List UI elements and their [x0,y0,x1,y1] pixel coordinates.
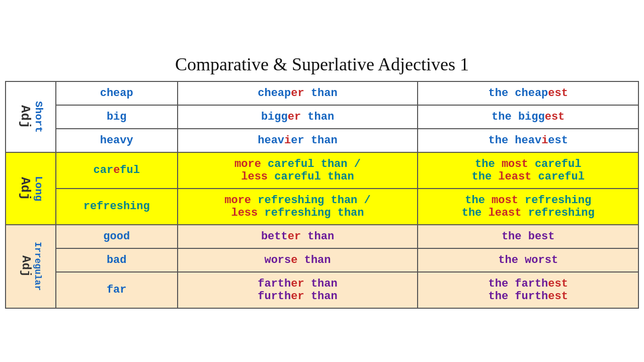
main-container: Comparative & Superlative Adjectives 1 S… [5,54,639,309]
comparative: heavier than [178,129,418,152]
superlative: the best [418,225,638,248]
comparative: better than [178,225,418,248]
table-row: ShortAdj cheap cheaper than the cheapest [6,81,638,105]
table-row: bad worse than the worst [6,248,638,272]
base-word: bad [56,248,178,272]
base-word: refreshing [56,189,178,225]
comparative: worse than [178,248,418,272]
superlative: the worst [418,248,638,272]
base-word: far [56,272,178,308]
comparative: more careful than / less careful than [178,152,418,189]
table-row: far farther than further than the farthe… [6,272,638,308]
comparative: cheaper than [178,81,418,105]
table-row: heavy heavier than the heaviest [6,129,638,152]
base-word: good [56,225,178,248]
base-word: cheap [56,81,178,105]
table-row: IrregularAdj good better than the best [6,225,638,248]
section-label-long: LongAdj [6,152,56,225]
table-row: LongAdj careful more careful than / less… [6,152,638,189]
comparative: more refreshing than / less refreshing t… [178,189,418,225]
base-word: big [56,105,178,129]
superlative: the most careful the least careful [418,152,638,189]
base-word: careful [56,152,178,189]
superlative: the most refreshing the least refreshing [418,189,638,225]
superlative: the biggest [418,105,638,129]
superlative: the cheapest [418,81,638,105]
superlative: the heaviest [418,129,638,152]
section-label-short: ShortAdj [6,81,56,152]
page-title: Comparative & Superlative Adjectives 1 [5,54,639,75]
comparative: bigger than [178,105,418,129]
section-label-irregular: IrregularAdj [6,225,56,308]
superlative: the farthest the furthest [418,272,638,308]
table-row: big bigger than the biggest [6,105,638,129]
base-word: heavy [56,129,178,152]
table-row: refreshing more refreshing than / less r… [6,189,638,225]
comparative: farther than further than [178,272,418,308]
adjectives-table: ShortAdj cheap cheaper than the cheapest… [5,81,639,309]
